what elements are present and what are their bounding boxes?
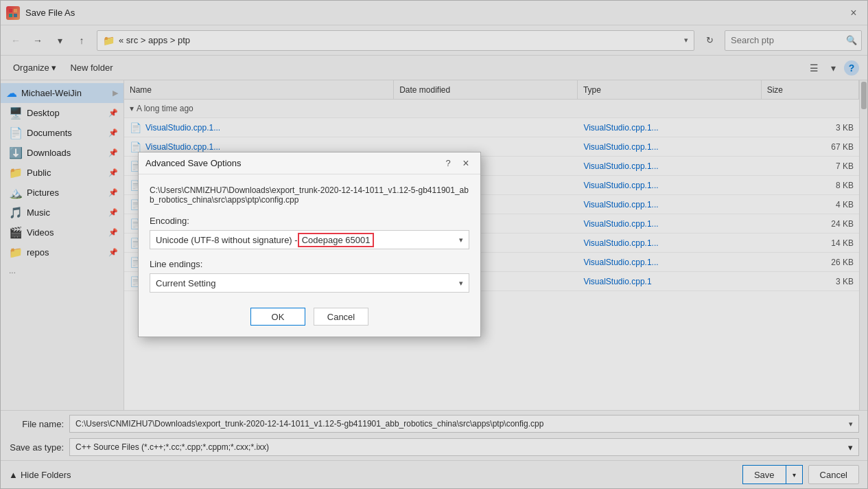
encoding-select[interactable]: Unicode (UTF-8 without signature) - Code… bbox=[150, 230, 469, 249]
modal-buttons: OK Cancel bbox=[150, 302, 469, 326]
line-endings-label: Line endings: bbox=[150, 259, 469, 269]
modal-filepath: C:\Users\CNMIZHU7\Downloads\export_trunk… bbox=[150, 185, 469, 205]
line-endings-chevron-icon: ▾ bbox=[459, 279, 463, 288]
encoding-chevron-icon: ▾ bbox=[459, 236, 463, 244]
modal-title: Advanced Save Options bbox=[145, 158, 441, 168]
modal-cancel-button[interactable]: Cancel bbox=[314, 308, 368, 326]
line-endings-select[interactable]: Current Setting ▾ bbox=[150, 273, 469, 293]
modal-help-button[interactable]: ? bbox=[441, 156, 456, 171]
modal-close-button[interactable]: × bbox=[458, 156, 473, 171]
encoding-highlighted: Codepage 65001 bbox=[298, 233, 375, 247]
line-endings-value: Current Setting bbox=[156, 278, 459, 288]
modal-ok-button[interactable]: OK bbox=[250, 308, 305, 326]
encoding-prefix: Unicode (UTF-8 without signature) - bbox=[156, 235, 298, 245]
modal-overlay: Advanced Save Options ? × C:\Users\CNMIZ… bbox=[1, 1, 867, 488]
advanced-save-options-dialog: Advanced Save Options ? × C:\Users\CNMIZ… bbox=[138, 152, 481, 337]
main-window: Save File As × ← → ▾ ↑ 📁 « src > apps > … bbox=[0, 0, 868, 489]
modal-title-bar: Advanced Save Options ? × bbox=[139, 152, 480, 174]
modal-body: C:\Users\CNMIZHU7\Downloads\export_trunk… bbox=[139, 174, 480, 337]
encoding-label: Encoding: bbox=[150, 216, 469, 226]
